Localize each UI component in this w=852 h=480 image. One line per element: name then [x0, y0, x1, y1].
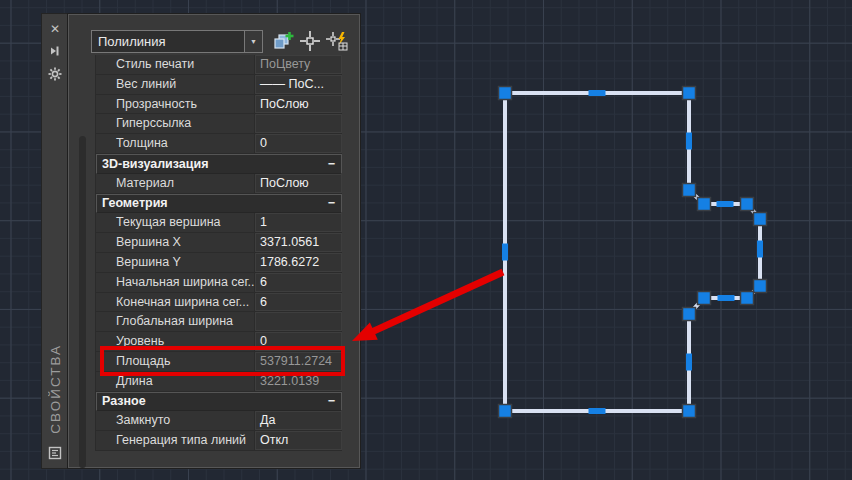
property-row[interactable]: Текущая вершина1	[96, 213, 342, 233]
property-label: Площадь	[96, 352, 254, 371]
property-row[interactable]: Толщина0	[96, 134, 342, 154]
palette-title: СВОЙСТВА	[48, 344, 63, 434]
property-value[interactable]: 0	[254, 134, 342, 153]
properties-palette: Полилиния ▼	[68, 14, 360, 468]
palette-scrollbar[interactable]	[79, 136, 86, 468]
property-label: Глобальная ширина	[96, 312, 254, 331]
collapse-icon[interactable]: −	[328, 157, 335, 171]
property-value[interactable]: ПоСлою	[254, 174, 342, 193]
property-value[interactable]: 6	[254, 293, 342, 312]
property-label: Вершина Y	[96, 253, 254, 272]
vertex-grip[interactable]	[683, 308, 696, 321]
property-value[interactable]: —— ПоС...	[254, 75, 342, 94]
property-label: Стиль печати	[96, 55, 254, 74]
property-value[interactable]: ПоСлою	[254, 95, 342, 114]
property-label: Материал	[96, 174, 254, 193]
midpoint-grip[interactable]	[757, 241, 763, 258]
property-label: Вес линий	[96, 75, 254, 94]
property-value[interactable]: 3221.0139	[254, 372, 342, 391]
object-type-value: Полилиния	[92, 34, 244, 49]
toggle-pickadd-button[interactable]	[271, 29, 295, 53]
vertex-grip[interactable]	[698, 198, 711, 211]
property-row[interactable]: Стиль печатиПоЦвету	[96, 55, 342, 75]
property-row[interactable]: Вес линий—— ПоС...	[96, 75, 342, 95]
property-label: Прозрачность	[96, 95, 254, 114]
property-label: Конечная ширина сег...	[96, 293, 254, 312]
property-value[interactable]: 537911.2724	[254, 352, 342, 371]
collapse-icon[interactable]: −	[328, 394, 335, 408]
callout-arrow-shaft	[372, 272, 503, 332]
property-value[interactable]: ПоЦвету	[254, 55, 342, 74]
property-row[interactable]: Глобальная ширина	[96, 312, 342, 332]
midpoint-grip[interactable]	[589, 90, 606, 96]
section-header[interactable]: Разное−	[96, 392, 342, 412]
property-label: Генерация типа линий	[96, 431, 254, 450]
vertex-grip[interactable]	[499, 405, 512, 418]
midpoint-grip[interactable]	[686, 354, 692, 371]
property-value[interactable]: 6	[254, 273, 342, 292]
vertex-grip[interactable]	[683, 405, 696, 418]
property-row[interactable]: Конечная ширина сег...6	[96, 293, 342, 313]
palette-toolbar: Полилиния ▼	[69, 15, 359, 59]
property-row[interactable]: Вершина X3371.0561	[96, 233, 342, 253]
vertex-grip[interactable]	[683, 184, 696, 197]
collapse-icon[interactable]: −	[328, 196, 335, 210]
vertex-grip[interactable]	[698, 292, 711, 305]
property-row[interactable]: МатериалПоСлою	[96, 174, 342, 194]
property-row[interactable]: ЗамкнутоДа	[96, 411, 342, 431]
property-row[interactable]: Уровень0	[96, 332, 342, 352]
property-row[interactable]: Вершина Y1786.6272	[96, 253, 342, 273]
autohide-pin-icon[interactable]	[47, 44, 63, 60]
property-value[interactable]: 1786.6272	[254, 253, 342, 272]
midpoint-grip[interactable]	[686, 133, 692, 150]
chevron-down-icon[interactable]: ▼	[244, 31, 262, 52]
section-label: Геометрия	[102, 196, 168, 210]
autocad-model-canvas[interactable]: ✕ СВОЙСТВА	[0, 0, 852, 480]
property-label: Гиперссылка	[96, 114, 254, 133]
property-row[interactable]: Начальная ширина сег...6	[96, 273, 342, 293]
property-value[interactable]: 0	[254, 332, 342, 351]
section-label: 3D-визуализация	[102, 157, 208, 171]
property-label: Толщина	[96, 134, 254, 153]
property-label: Вершина X	[96, 233, 254, 252]
property-value[interactable]: Да	[254, 411, 342, 430]
property-row[interactable]: Гиперссылка	[96, 114, 342, 134]
property-value[interactable]: 1	[254, 213, 342, 232]
palette-window-icon[interactable]	[47, 446, 63, 462]
palette-titlebar: ✕ СВОЙСТВА	[42, 14, 68, 468]
property-row[interactable]: Длина3221.0139	[96, 372, 342, 392]
property-value[interactable]: Откл	[254, 431, 342, 450]
vertex-grip[interactable]	[754, 213, 767, 226]
property-label: Замкнуто	[96, 411, 254, 430]
midpoint-grip[interactable]	[589, 408, 606, 414]
settings-gear-icon[interactable]	[47, 67, 63, 83]
section-header[interactable]: 3D-визуализация−	[96, 154, 342, 174]
midpoint-grip[interactable]	[718, 295, 735, 301]
close-icon[interactable]: ✕	[47, 21, 63, 37]
midpoint-grip[interactable]	[502, 244, 508, 261]
property-row[interactable]: Генерация типа линийОткл	[96, 431, 342, 451]
property-grid: Стиль печатиПоЦветуВес линий—— ПоС...Про…	[95, 55, 342, 451]
section-header[interactable]: Геометрия−	[96, 194, 342, 214]
property-label: Текущая вершина	[96, 213, 254, 232]
property-label: Уровень	[96, 332, 254, 351]
polyline-object[interactable]	[505, 93, 760, 411]
vertex-grip[interactable]	[741, 292, 754, 305]
object-type-select[interactable]: Полилиния ▼	[91, 30, 263, 53]
property-value[interactable]: 3371.0561	[254, 233, 342, 252]
property-row[interactable]: ПрозрачностьПоСлою	[96, 95, 342, 115]
property-value[interactable]	[254, 114, 342, 133]
select-objects-button[interactable]	[298, 29, 322, 53]
midpoint-grip[interactable]	[717, 201, 734, 207]
vertex-grip[interactable]	[741, 198, 754, 211]
property-label: Начальная ширина сег...	[96, 273, 254, 292]
vertex-grip[interactable]	[499, 87, 512, 100]
property-row[interactable]: Площадь537911.2724	[96, 352, 342, 372]
property-label: Длина	[96, 372, 254, 391]
vertex-grip[interactable]	[683, 87, 696, 100]
section-label: Разное	[102, 394, 146, 408]
property-value[interactable]	[254, 312, 342, 331]
vertex-grip[interactable]	[754, 280, 767, 293]
quick-select-button[interactable]	[325, 29, 349, 53]
